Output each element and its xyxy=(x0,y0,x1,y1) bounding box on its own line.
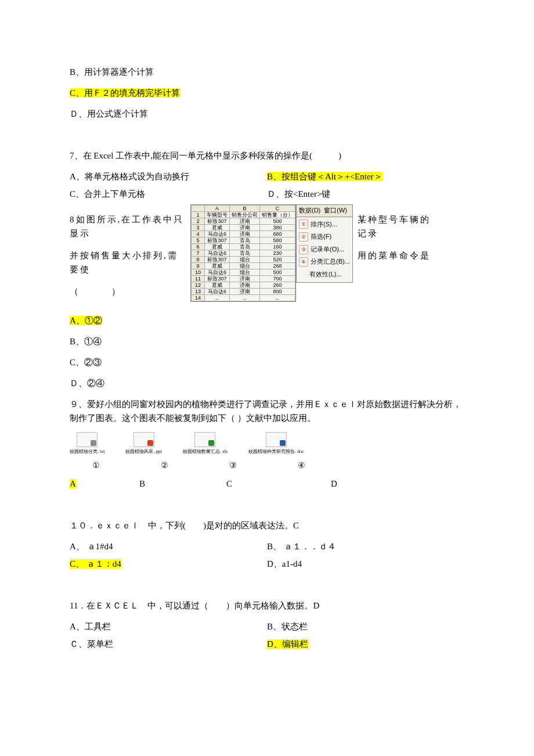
q11-a: A、工具栏 xyxy=(70,620,267,633)
q7-d: Ｄ、按<Enter>键 xyxy=(267,187,330,201)
q7-b: B、按组合键＜Alt＞+<Enter＞ xyxy=(267,172,383,181)
q11: 11．在ＥＸＣＥＬ 中，可以通过（ ）向单元格输入数据。D xyxy=(70,599,464,613)
q8-r1: 某种型号车辆的记录 xyxy=(358,213,432,240)
q11-c: Ｃ、菜单栏 xyxy=(70,637,267,651)
q8-r2: 用的菜单命令是 xyxy=(358,249,432,262)
file-doc-icon: 校园植物种类研究报告. doc xyxy=(248,432,304,456)
menu-image: 数据(D) 窗口(W) ①排序(S)... ②筛选(F) ③记录单(O)... … xyxy=(296,204,353,283)
option-d: Ｄ、用公式逐个计算 xyxy=(70,107,464,121)
q9-d: D xyxy=(331,477,337,491)
option-c: C、用Ｆ２的填充柄完毕计算 xyxy=(70,86,464,100)
q10-d: D、a1-d4 xyxy=(267,557,302,571)
q8-d: Ｄ、②④ xyxy=(70,376,464,390)
file-number-row: ① ② ③ ④ xyxy=(70,459,464,472)
q8-a: A、①② xyxy=(70,314,464,327)
q9-options: A B C D xyxy=(70,477,464,491)
q7-row2: C、合并上下单元格 Ｄ、按<Enter>键 xyxy=(70,187,464,201)
q8-p2: 并按销售量大小排列,需要使 xyxy=(70,249,186,276)
q11-b: B、状态栏 xyxy=(267,620,308,633)
option-b: B、用计算器逐个计算 xyxy=(70,65,464,79)
file-icons-row: 校园植物分类. txt 校园植物风采. ppt 校园植物数量汇总. xls 校园… xyxy=(70,432,464,456)
q9-a: A xyxy=(70,479,76,488)
q7-a: A、将单元格格式设为自动换行 xyxy=(70,170,267,183)
q10-c: C、 ａ１：d4 xyxy=(70,559,121,568)
q7: 7、在 Excel 工作表中,能在同一单元格中显示多种段落的操作是( ) xyxy=(70,149,464,163)
q9-b: B xyxy=(139,477,226,491)
q8-p1: 8如图所示,在工作表中只显示 xyxy=(70,213,186,240)
file-xls-icon: 校园植物数量汇总. xls xyxy=(183,432,228,456)
file-ppt-icon: 校园植物风采. ppt xyxy=(125,432,161,456)
q10-row2: C、 ａ１：d4 D、a1-d4 xyxy=(70,557,464,571)
q11-row2: Ｃ、菜单栏 D、编辑栏 xyxy=(70,637,464,651)
file-txt-icon: 校园植物分类. txt xyxy=(70,432,104,456)
q11-d: D、编辑栏 xyxy=(267,639,308,649)
q10: １０．ｅｘｃｅｌ 中，下列( )是对的的区域表达法。C xyxy=(70,519,464,532)
q11-row1: A、工具栏 B、状态栏 xyxy=(70,620,464,633)
q7-row1: A、将单元格格式设为自动换行 B、按组合键＜Alt＞+<Enter＞ xyxy=(70,170,464,183)
q10-a: A、 ａ1#d4 xyxy=(70,539,267,553)
q9-c: C xyxy=(226,477,331,491)
q10-row1: A、 ａ1#d4 B、 ａ１．．ｄ４ xyxy=(70,539,464,553)
excel-sheet-image: A B C 1车辆型号销售分公司销售量（台） 2标致307济南500 3君威济南… xyxy=(191,205,295,301)
q8-b: B、①④ xyxy=(70,334,464,348)
q9: ９、爱好小组的同窗对校园内的植物种类进行了调查记录，并用Ｅｘｃｅｌ对原始数据进行… xyxy=(70,397,464,425)
q7-c: C、合并上下单元格 xyxy=(70,187,267,201)
q8-c: C、②③ xyxy=(70,355,464,369)
q10-b: B、 ａ１．．ｄ４ xyxy=(267,539,336,553)
q8-p3: （ ） xyxy=(70,285,186,298)
